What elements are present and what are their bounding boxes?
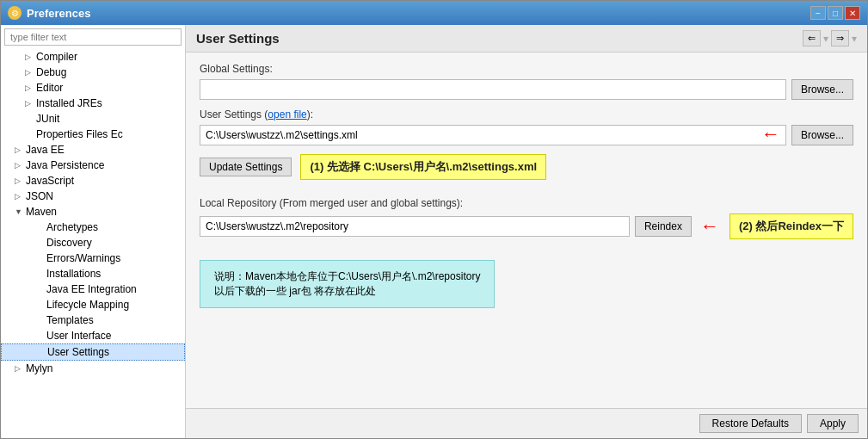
arrow-icon: ▷ <box>15 145 23 154</box>
title-controls: − □ ✕ <box>810 6 860 20</box>
tree: ▷ Compiler ▷ Debug ▷ Editor ▷ Installed … <box>1 49 185 419</box>
sidebar-item-user-settings[interactable]: ↗ User Settings <box>1 343 185 361</box>
sidebar-item-compiler[interactable]: ▷ Compiler <box>1 49 185 65</box>
sidebar-item-templates[interactable]: Templates <box>1 312 185 328</box>
nav-separator: ▾ <box>823 33 828 45</box>
update-settings-button[interactable]: Update Settings <box>200 158 292 176</box>
local-repo-row: Reindex ← (2) 然后Reindex一下 <box>200 213 853 239</box>
sidebar-item-installed-jres[interactable]: ▷ Installed JREs <box>1 96 185 111</box>
sidebar-item-junit[interactable]: JUnit <box>1 111 185 127</box>
sidebar-item-user-interface[interactable]: User Interface <box>1 328 185 343</box>
annotation-1: (1) 先选择 C:\Users\用户名\.m2\settings.xml <box>300 154 546 180</box>
nav-dropdown-icon: ▾ <box>852 33 857 45</box>
global-settings-label: Global Settings: <box>200 63 853 75</box>
user-browse-button[interactable]: Browse... <box>791 125 853 145</box>
filter-input[interactable] <box>4 28 182 46</box>
back-button[interactable]: ⇐ <box>803 30 821 46</box>
sidebar-item-java-ee-integration[interactable]: Java EE Integration <box>1 281 185 297</box>
apply-button[interactable]: Apply <box>807 414 859 433</box>
global-browse-button[interactable]: Browse... <box>791 79 853 100</box>
minimize-button[interactable]: − <box>810 6 826 20</box>
sidebar-item-discovery[interactable]: Discovery <box>1 235 185 250</box>
arrow-icon: ▷ <box>25 83 34 92</box>
sidebar-item-installations[interactable]: Installations <box>1 266 185 281</box>
close-button[interactable]: ✕ <box>845 6 860 20</box>
content-area: User Settings ⇐ ▾ ⇒ ▾ Global Settings: B… <box>186 25 867 438</box>
content-body: Global Settings: Browse... User Settings… <box>186 53 867 318</box>
user-settings-label: User Settings (open file): <box>200 108 853 121</box>
sidebar-item-java-persistence[interactable]: ▷ Java Persistence <box>1 158 185 173</box>
content-header: User Settings ⇐ ▾ ⇒ ▾ <box>186 25 867 53</box>
sidebar: ▷ Compiler ▷ Debug ▷ Editor ▷ Installed … <box>1 25 186 438</box>
local-repo-input[interactable] <box>200 216 630 237</box>
arrow-icon: ▷ <box>15 192 23 201</box>
window-title: Preferences <box>27 7 90 20</box>
forward-button[interactable]: ⇒ <box>831 30 849 46</box>
arrow-icon: ▷ <box>15 161 23 170</box>
page-title: User Settings <box>196 31 280 46</box>
preferences-window: ⚙ Preferences − □ ✕ ▷ Compiler ▷ Debug <box>0 0 868 439</box>
sidebar-item-errors-warnings[interactable]: Errors/Warnings <box>1 250 185 266</box>
arrow-icon: ▼ <box>15 207 23 216</box>
window-icon: ⚙ <box>8 6 22 20</box>
sidebar-item-maven[interactable]: ▼ Maven <box>1 204 185 220</box>
arrow-icon: ▷ <box>15 176 23 185</box>
restore-button[interactable]: □ <box>828 6 843 20</box>
sidebar-item-lifecycle-mapping[interactable]: Lifecycle Mapping <box>1 297 185 312</box>
sidebar-item-prop-files[interactable]: Properties Files Ec <box>1 127 185 142</box>
sidebar-item-json[interactable]: ▷ JSON <box>1 189 185 204</box>
arrow-icon: ▷ <box>25 99 34 108</box>
main-content: ▷ Compiler ▷ Debug ▷ Editor ▷ Installed … <box>1 25 867 438</box>
nav-buttons: ⇐ ▾ ⇒ ▾ <box>803 30 857 46</box>
reindex-button[interactable]: Reindex <box>635 216 692 237</box>
annotation-3: 说明：Maven本地仓库位于C:\Users\用户名\.m2\repositor… <box>200 260 495 308</box>
sidebar-item-debug[interactable]: ▷ Debug <box>1 65 185 80</box>
title-bar: ⚙ Preferences − □ ✕ <box>1 1 867 25</box>
reindex-arrow-icon: ← <box>700 215 719 238</box>
bottom-bar: Restore Defaults Apply <box>186 408 867 438</box>
restore-defaults-button[interactable]: Restore Defaults <box>699 414 802 433</box>
annotation-2: (2) 然后Reindex一下 <box>729 213 853 239</box>
open-file-link[interactable]: open file <box>268 108 306 121</box>
sidebar-item-archetypes[interactable]: Archetypes <box>1 220 185 235</box>
user-settings-row: ← Browse... <box>200 125 853 145</box>
sidebar-item-java-ee[interactable]: ▷ Java EE <box>1 142 185 158</box>
arrow-icon: ▷ <box>15 364 23 373</box>
sidebar-item-javascript[interactable]: ▷ JavaScript <box>1 173 185 189</box>
sidebar-item-editor[interactable]: ▷ Editor <box>1 80 185 96</box>
arrow-icon: ▷ <box>25 53 34 61</box>
user-settings-input[interactable] <box>200 125 786 145</box>
sidebar-item-mylyn[interactable]: ▷ Mylyn <box>1 361 185 376</box>
global-settings-row: Browse... <box>200 79 853 100</box>
global-settings-input[interactable] <box>200 79 786 100</box>
arrow-icon: ▷ <box>25 68 34 77</box>
red-arrow-icon: ← <box>761 123 780 145</box>
local-repo-label: Local Repository (From merged user and g… <box>200 197 853 209</box>
title-bar-left: ⚙ Preferences <box>8 6 90 20</box>
